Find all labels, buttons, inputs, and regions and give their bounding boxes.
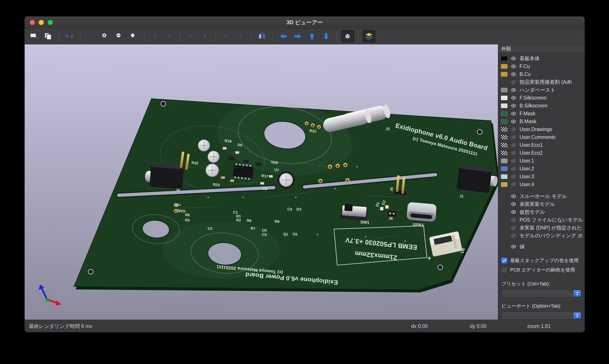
layer-row[interactable]: F.Mask [498, 110, 585, 117]
3d-viewport-canvas[interactable]: Exidiophone v6.0 Audio Board (c) Tomoya … [25, 44, 498, 320]
layer-row[interactable]: User.2 [498, 165, 585, 173]
rotate-z-cw-button[interactable]: Z [234, 30, 247, 42]
layer-row[interactable]: User.3 [498, 173, 585, 181]
layer-color-swatch[interactable] [501, 104, 507, 108]
layer-color-swatch[interactable] [501, 159, 507, 163]
layer-color-swatch[interactable] [501, 127, 507, 132]
zoom-to-fit-button[interactable] [127, 30, 140, 42]
visibility-eye-off-icon[interactable] [511, 182, 517, 187]
layer-row[interactable]: User.Eco1 [498, 141, 585, 149]
combo-stepper-icon[interactable] [574, 290, 581, 297]
export-image-button[interactable] [27, 30, 40, 42]
layer-color-swatch[interactable] [501, 167, 507, 171]
layer-row[interactable]: ハンダペースト [498, 86, 585, 94]
visibility-eye-icon[interactable] [511, 95, 517, 101]
layer-color-swatch[interactable] [501, 135, 507, 140]
visibility-eye-icon[interactable] [511, 201, 517, 207]
layer-row[interactable]: User.4 [498, 181, 585, 188]
layer-color-swatch[interactable] [501, 119, 507, 124]
layer-row[interactable]: 仮想モデル [498, 208, 585, 216]
layer-row[interactable]: F.Silkscreen [498, 94, 585, 102]
move-left-button[interactable] [277, 30, 290, 42]
3d-viewport[interactable]: Exidiophone v6.0 Audio Board (c) Tomoya … [25, 44, 498, 320]
checkbox-checked[interactable] [501, 258, 507, 264]
layer-row[interactable]: B.Cu [498, 70, 585, 78]
rotate-x-cw-button[interactable]: X [163, 30, 176, 42]
layer-color-swatch[interactable] [501, 88, 507, 92]
component-ref-label: +5V [174, 202, 181, 207]
visibility-eye-icon[interactable] [511, 103, 517, 109]
minimize-button[interactable] [39, 20, 44, 25]
visibility-eye-off-icon[interactable] [511, 174, 517, 180]
layer-color-swatch[interactable] [501, 64, 507, 69]
visibility-eye-off-icon[interactable] [511, 217, 517, 223]
layer-color-swatch[interactable] [501, 111, 507, 116]
layer-color-swatch[interactable] [501, 182, 507, 187]
layer-row[interactable]: 値 [498, 243, 585, 250]
layer-row[interactable]: B.Silkscreen [498, 102, 585, 110]
visibility-eye-icon[interactable] [511, 111, 517, 117]
visibility-eye-off-icon[interactable] [511, 158, 517, 164]
zoom-window-button[interactable] [48, 20, 53, 25]
layer-row[interactable]: POS ファイルにないモデル [498, 216, 585, 224]
layer-row[interactable]: 未実装 (DNP) が指定された [498, 224, 585, 232]
visibility-eye-off-icon[interactable] [511, 225, 517, 231]
visibility-eye-off-icon[interactable] [511, 126, 517, 132]
move-up-button[interactable] [306, 30, 318, 42]
layer-row[interactable]: User.1 [498, 157, 585, 165]
layer-row[interactable]: モデルのバウンディング ボ [498, 232, 585, 240]
layer-row[interactable]: スルーホール モデル [498, 192, 585, 200]
layer-row[interactable]: F.Cu [498, 62, 585, 70]
combo-stepper-icon[interactable] [574, 312, 581, 319]
visibility-eye-off-icon[interactable] [511, 142, 517, 148]
visibility-eye-icon[interactable] [511, 118, 517, 124]
close-button[interactable] [30, 20, 35, 25]
flip-board-button[interactable] [256, 30, 268, 42]
rotate-y-ccw-button[interactable]: Y [184, 30, 197, 42]
copy-image-button[interactable] [42, 30, 54, 42]
layer-row[interactable]: User.Drawings [498, 125, 585, 133]
preset-combo[interactable] [501, 289, 582, 298]
visibility-eye-icon[interactable] [511, 64, 517, 69]
svg-text:Z: Z [240, 35, 242, 39]
titlebar[interactable]: 3D ビューアー [25, 16, 585, 28]
visibility-eye-off-icon[interactable] [511, 79, 517, 85]
visibility-eye-off-icon[interactable] [511, 150, 517, 156]
visibility-eye-icon[interactable] [511, 71, 517, 77]
move-down-button[interactable] [320, 30, 333, 42]
option-checkbox-row[interactable]: PCB エディターの銅色を使用 [498, 266, 585, 274]
layer-color-swatch[interactable] [501, 56, 507, 61]
visibility-eye-icon[interactable] [511, 193, 517, 199]
layer-row[interactable]: 表面実装モデル [498, 200, 585, 208]
layer-color-swatch[interactable] [501, 174, 507, 179]
rotate-y-cw-button[interactable]: Y [199, 30, 211, 42]
layer-row[interactable]: 部品実装用接着剤 (Adh [498, 78, 585, 86]
layer-color-swatch[interactable] [501, 143, 507, 147]
checkbox-unchecked[interactable] [501, 267, 507, 273]
orthographic-projection-button[interactable] [341, 30, 354, 42]
layer-row[interactable]: User.Comments [498, 133, 585, 141]
viewport-combo[interactable] [501, 312, 582, 320]
visibility-eye-off-icon[interactable] [511, 233, 517, 239]
visibility-eye-off-icon[interactable] [511, 134, 517, 140]
layer-color-swatch[interactable] [501, 96, 507, 100]
layer-row[interactable]: 基板本体 [498, 54, 585, 62]
visibility-eye-icon[interactable] [511, 56, 517, 62]
rotate-x-ccw-button[interactable]: X [149, 30, 161, 42]
visibility-eye-icon[interactable] [511, 209, 517, 215]
visibility-eye-off-icon[interactable] [511, 166, 517, 172]
visibility-eye-icon[interactable] [511, 244, 517, 250]
move-right-button[interactable] [291, 30, 304, 42]
raytracing-button[interactable] [63, 30, 76, 42]
layer-color-swatch[interactable] [501, 151, 507, 155]
visibility-eye-icon[interactable] [511, 87, 517, 93]
zoom-in-button[interactable] [99, 30, 112, 42]
layer-row[interactable]: B.Mask [498, 117, 585, 125]
redraw-button[interactable] [85, 30, 97, 42]
zoom-out-button[interactable] [113, 30, 126, 42]
rotate-z-ccw-button[interactable]: Z [220, 30, 233, 42]
appearance-panel-toggle-button[interactable] [363, 30, 375, 42]
layer-row[interactable]: User.Eco2 [498, 149, 585, 157]
layer-color-swatch[interactable] [501, 72, 507, 77]
option-checkbox-row[interactable]: 基板スタックアップの色を使用 [498, 257, 585, 264]
